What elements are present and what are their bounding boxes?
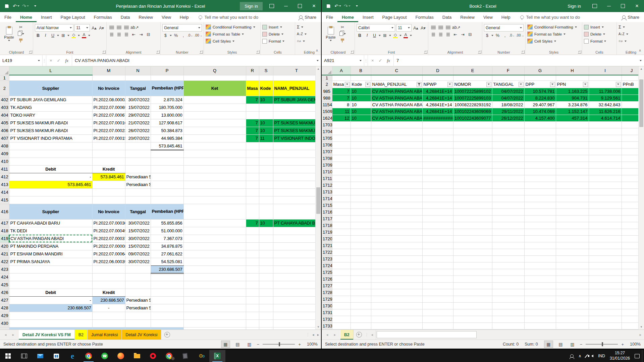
row-header-430[interactable]: 430 [0,319,9,327]
cell-G1723[interactable] [524,256,556,262]
cell-D1728[interactable] [422,289,453,296]
normal-view-button[interactable]: ▦ [544,341,553,348]
copy-button[interactable] [339,31,346,37]
cell-N427[interactable]: Persediaan StokTersedia di Juli di jual … [125,296,151,304]
cell-N423[interactable] [125,265,151,273]
maximize-button[interactable] [616,0,630,12]
vertical-scrollbar[interactable]: ▲ ▼ [638,66,644,329]
scroll-down-arrow[interactable]: ▼ [316,324,321,329]
cell-H1715[interactable] [556,202,589,209]
cell-S417[interactable]: 10 [259,219,273,227]
cell-E1706[interactable] [453,142,492,148]
filter-dropdown-A[interactable] [345,82,350,87]
shrink-font-button[interactable]: A▾ [98,25,105,31]
font-color-button[interactable]: A [81,32,87,39]
row-header-421[interactable]: 421 [0,250,9,258]
ribbon-tab-help[interactable]: Help [497,12,515,22]
cell-C985[interactable]: CV ASTHA PANGAN ABA [371,88,422,95]
cell-I1509[interactable]: 11.626.216 [589,108,622,115]
enter-formula-button[interactable]: ✓ [379,58,382,63]
cell-F1729[interactable] [492,296,524,303]
tell-me-box[interactable]: Tell me what you want to do [520,12,580,22]
cell-M427[interactable]: 230.686.507 [92,296,125,304]
cell-L429[interactable] [9,312,92,319]
cell-E1703[interactable] [453,122,492,128]
cell-P414[interactable] [151,188,183,196]
sheet-tab-detail-jv-koreksi[interactable]: Detail JV Koreksi [122,330,161,340]
settings-gears-icon[interactable]: ⚙⚙ [193,350,209,362]
cell-H1704[interactable] [556,128,589,135]
cell-L427[interactable]: - [9,296,92,304]
cell-E1624[interactable]: 100102243609077 [453,115,492,122]
cell-H1729[interactable] [556,296,589,303]
cell-P413[interactable] [151,181,183,188]
ribbon-tab-review[interactable]: Review [456,12,479,22]
page-break-view-button[interactable]: ▥ [245,341,254,348]
cell-T427[interactable] [273,296,320,304]
cell-N429[interactable] [125,312,151,319]
zoom-in-button[interactable]: + [298,342,301,347]
cell-S419[interactable] [259,235,273,242]
cell-Q404[interactable] [183,111,246,119]
cell-B1720[interactable] [351,236,371,242]
cell-R430[interactable] [246,319,259,327]
cell-C1731[interactable] [371,309,422,316]
cell-M417[interactable]: PI.2022.07.00030 [92,219,125,227]
cell-R423[interactable] [246,265,259,273]
column-header-E[interactable]: E [453,66,492,75]
ribbon-tab-review[interactable]: Review [134,12,157,22]
cell-D1722[interactable] [422,249,453,256]
row-header-407[interactable]: 407 [0,134,9,142]
insert-function-button[interactable]: fx [65,58,68,63]
cell-C1728[interactable] [371,289,422,296]
cell-P427[interactable] [151,296,183,304]
cell-G1719[interactable] [524,229,556,236]
cell-S412[interactable] [259,173,273,181]
share-button[interactable]: Share [299,12,321,22]
cell-I1730[interactable] [589,303,622,309]
center-button[interactable] [116,31,122,38]
decrease-decimal-button[interactable]: .00→ [517,32,524,39]
cell-N422[interactable]: 30/07/2022 [125,258,151,265]
row-header-1712[interactable]: 1712 [322,182,332,189]
cell-M431[interactable]: No Invoice [92,327,125,329]
cell-N406[interactable]: 26/07/2022 [125,127,151,134]
cell-E1717[interactable] [453,216,492,222]
cell-T426[interactable] [273,289,320,296]
cell-E1711[interactable] [453,175,492,182]
cell-Q403[interactable] [183,104,246,111]
cell-A1714[interactable] [332,195,351,202]
font-dialog-launcher[interactable] [102,50,106,54]
cell-H1154[interactable]: 3.234.876 [556,102,589,108]
cell-B1704[interactable] [351,128,371,135]
find-select-button[interactable]: ○⌕ [297,38,321,45]
row-header-1154[interactable]: 1154 [322,102,332,108]
cell-F1704[interactable] [492,128,524,135]
cell-B1708[interactable] [351,155,371,162]
cell-E1713[interactable] [453,189,492,195]
cell-H1724[interactable] [556,262,589,269]
ribbon-tab-formulas[interactable]: Formulas [90,12,116,22]
ribbon-tab-view[interactable]: View [157,12,175,22]
row-header-1732[interactable]: 1732 [322,316,332,323]
cell-H1725[interactable] [556,269,589,276]
cell-Q423[interactable] [183,265,246,273]
cell-I1704[interactable] [589,128,622,135]
cell-I1703[interactable] [589,122,622,128]
cell-Q421[interactable] [183,250,246,258]
cell-C1727[interactable] [371,283,422,289]
column-header-R[interactable]: R [246,66,259,75]
cell-S414[interactable] [259,188,273,196]
cell-G1509[interactable]: 10.474.069 [524,108,556,115]
zoom-in-button[interactable]: + [621,342,624,347]
comma-style-button[interactable]: , [180,32,186,39]
cell-D1719[interactable] [422,229,453,236]
cell-E1727[interactable] [453,283,492,289]
cell-N415[interactable] [125,196,151,204]
cell-S1[interactable] [259,75,273,80]
borders-button[interactable]: ⊞ [382,32,388,39]
cell-T430[interactable] [273,319,320,327]
cell-D1713[interactable] [422,189,453,195]
row-header-410[interactable]: 410 [0,158,9,165]
cell-C988[interactable]: CV ASTHA PANGAN ABA [371,95,422,102]
